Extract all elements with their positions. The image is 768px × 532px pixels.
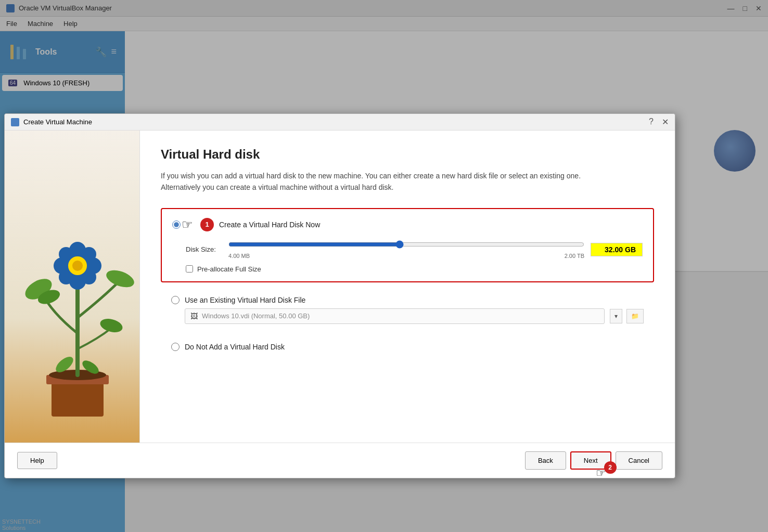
cancel-button[interactable]: Cancel xyxy=(616,451,662,470)
disk-size-slider-container: 4.00 MB 2.00 TB xyxy=(228,240,584,259)
preallocate-label[interactable]: Pre-allocate Full Size xyxy=(197,265,261,273)
dialog-title-left: Create Virtual Machine xyxy=(11,118,92,126)
use-existing-label[interactable]: Use an Existing Virtual Hard Disk File xyxy=(185,296,305,304)
disk-size-slider[interactable] xyxy=(228,240,584,249)
use-existing-radio[interactable] xyxy=(171,296,180,304)
no-disk-label[interactable]: Do Not Add a Virtual Hard Disk xyxy=(185,343,285,351)
create-now-option-box: ☞ 1 Create a Virtual Hard Disk Now Disk … xyxy=(161,208,654,282)
no-disk-option: Do Not Add a Virtual Hard Disk xyxy=(161,338,654,356)
help-button[interactable]: Help xyxy=(17,452,57,469)
disk-file-selector: 🖼 Windows 10.vdi (Normal, 50.00 GB) xyxy=(185,308,605,324)
footer-right: Back Next ☞ 2 Cancel xyxy=(525,451,662,470)
dialog-titlebar: Create Virtual Machine ? ✕ xyxy=(5,114,675,131)
dialog-illustration xyxy=(5,131,140,443)
create-now-label[interactable]: Create a Virtual Hard Disk Now xyxy=(219,220,320,229)
slider-min-label: 4.00 MB xyxy=(228,253,250,259)
dialog-close-icon[interactable]: ✕ xyxy=(662,117,669,127)
use-existing-option: Use an Existing Virtual Hard Disk File 🖼… xyxy=(161,291,654,329)
disk-size-label: Disk Size: xyxy=(186,245,222,253)
svg-point-9 xyxy=(104,267,134,290)
footer-left: Help xyxy=(17,452,57,469)
preallocate-checkbox[interactable] xyxy=(186,265,193,273)
next-badge: 2 xyxy=(604,461,617,474)
svg-rect-3 xyxy=(52,380,104,417)
create-now-radio-row: ☞ 1 Create a Virtual Hard Disk Now xyxy=(172,217,643,232)
back-button[interactable]: Back xyxy=(525,451,566,470)
option1-badge: 1 xyxy=(200,218,214,231)
dialog-body: Virtual Hard disk If you wish you can ad… xyxy=(5,131,675,443)
disk-size-value: 32.00 GB xyxy=(591,243,643,256)
use-existing-radio-row: Use an Existing Virtual Hard Disk File xyxy=(171,296,644,304)
cursor-hand-icon: ☞ xyxy=(182,217,193,232)
dialog-title-controls[interactable]: ? ✕ xyxy=(649,117,669,127)
page-title: Virtual Hard disk xyxy=(161,147,654,162)
preallocate-row: Pre-allocate Full Size xyxy=(186,265,643,273)
no-disk-radio[interactable] xyxy=(171,343,180,351)
existing-disk-row: 🖼 Windows 10.vdi (Normal, 50.00 GB) ▾ 📁 xyxy=(185,308,644,324)
disk-file-value: Windows 10.vdi (Normal, 50.00 GB) xyxy=(202,312,310,320)
dialog-app-icon xyxy=(11,118,19,126)
no-disk-radio-row: Do Not Add a Virtual Hard Disk xyxy=(171,343,644,351)
create-now-radio[interactable] xyxy=(172,220,181,229)
options-container: ☞ 1 Create a Virtual Hard Disk Now Disk … xyxy=(161,208,654,356)
svg-point-21 xyxy=(72,261,83,271)
page-description: If you wish you can add a virtual hard d… xyxy=(161,170,608,193)
dialog-content: Virtual Hard disk If you wish you can ad… xyxy=(140,131,675,443)
dialog-footer: Help Back Next ☞ 2 Cancel xyxy=(5,443,675,478)
dialog-title: Create Virtual Machine xyxy=(23,118,92,126)
svg-point-10 xyxy=(98,317,124,335)
plant-svg xyxy=(10,151,135,443)
next-button-wrapper: Next ☞ 2 xyxy=(570,451,611,470)
slider-ticks: 4.00 MB 2.00 TB xyxy=(228,253,584,259)
create-vm-dialog: Create Virtual Machine ? ✕ xyxy=(4,113,675,478)
disk-browse-button[interactable]: 📁 xyxy=(626,309,644,323)
disk-size-row: Disk Size: 4.00 MB 2.00 TB 32.00 GB xyxy=(186,240,643,259)
disk-file-icon: 🖼 xyxy=(190,312,198,320)
dialog-help-icon[interactable]: ? xyxy=(649,117,654,127)
disk-dropdown-button[interactable]: ▾ xyxy=(610,309,622,323)
slider-max-label: 2.00 TB xyxy=(565,253,584,259)
